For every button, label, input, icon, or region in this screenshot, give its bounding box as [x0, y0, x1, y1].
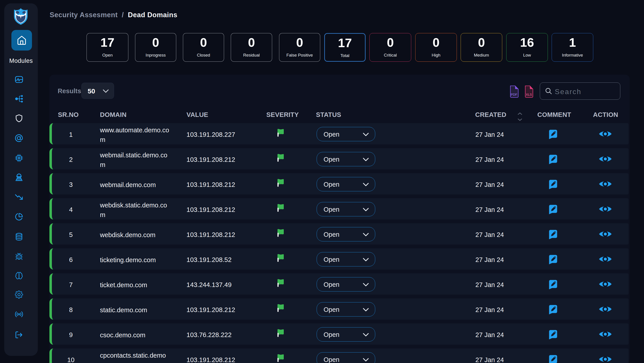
svg-text:XLS: XLS [526, 93, 532, 96]
svg-text:PDF: PDF [511, 93, 517, 96]
